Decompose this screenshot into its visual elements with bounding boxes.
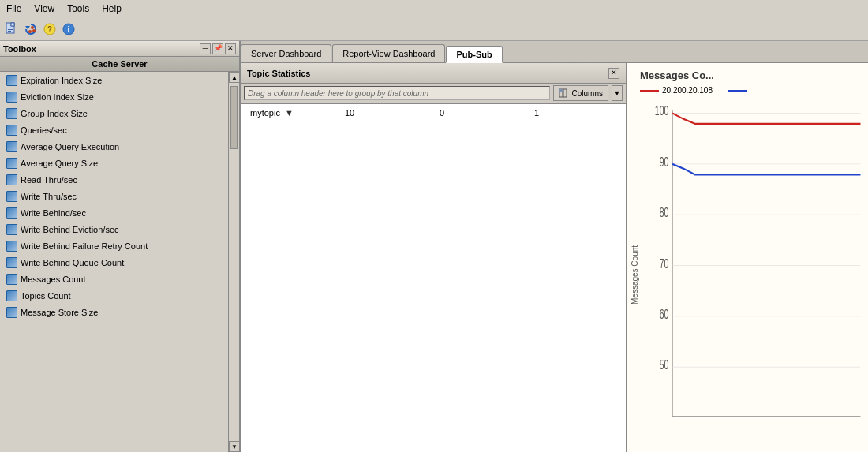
toolbox-item[interactable]: Write Behind Eviction/sec	[0, 221, 228, 237]
toolbox-scroll-area: Expiration Index SizeEviction Index Size…	[0, 72, 239, 452]
legend-line-1	[640, 90, 659, 92]
legend-line-2	[728, 90, 747, 92]
chart-icon	[6, 191, 17, 202]
chart-icon	[6, 257, 17, 268]
topic-stats-close-button[interactable]: ✕	[608, 68, 619, 79]
toolbox-header: Toolbox ─ 📌 ✕	[0, 41, 239, 57]
svg-rect-4	[8, 29, 13, 30]
svg-text:50: 50	[660, 358, 669, 372]
svg-text:100: 100	[655, 104, 669, 118]
toolbar-new-button[interactable]	[3, 21, 21, 38]
tab-server-dashboard[interactable]: Server Dashboard	[241, 44, 331, 62]
toolbox-item[interactable]: Average Query Execution	[0, 138, 228, 155]
svg-marker-2	[11, 23, 14, 26]
toolbox-controls: ─ 📌 ✕	[200, 43, 236, 54]
toolbar: ? i	[0, 17, 868, 41]
svg-point-9	[28, 30, 32, 33]
toolbox-item[interactable]: Messages Count	[0, 271, 228, 287]
topic-stats-header: Topic Statistics ✕	[241, 63, 626, 84]
tab-pub-sub[interactable]: Pub-Sub	[446, 46, 502, 63]
toolbox-item[interactable]: Message Store Size	[0, 304, 228, 320]
toolbar-refresh-button[interactable]	[22, 21, 39, 38]
chart-icon	[6, 290, 17, 301]
svg-text:i: i	[68, 25, 70, 34]
toolbox-dock-button[interactable]: 📌	[212, 43, 223, 54]
svg-text:80: 80	[660, 206, 669, 220]
main-layout: Toolbox ─ 📌 ✕ Cache Server Expiration In…	[0, 41, 868, 452]
svg-rect-5	[8, 31, 11, 32]
chart-content: 100 90 80 70 60 50	[642, 98, 868, 452]
toolbox-close-button[interactable]: ✕	[225, 43, 236, 54]
svg-rect-3	[8, 28, 13, 28]
chart-icon	[6, 174, 17, 185]
toolbox-item[interactable]: Average Query Size	[0, 155, 228, 171]
legend-label-1: 20.200.20.108	[662, 86, 713, 95]
toolbar-about-button[interactable]: i	[60, 21, 77, 38]
right-panel: Server Dashboard Report-View Dashboard P…	[241, 41, 868, 452]
chart-legend: 20.200.20.108	[627, 84, 868, 98]
scroll-up-button[interactable]: ▲	[229, 72, 239, 83]
menu-tools[interactable]: Tools	[61, 2, 95, 16]
svg-point-8	[32, 29, 36, 32]
cell-topic: mytopic ▼	[244, 106, 339, 119]
grid-scroll-button[interactable]: ▼	[612, 85, 623, 101]
toolbox-panel: Toolbox ─ 📌 ✕ Cache Server Expiration In…	[0, 41, 241, 452]
toolbox-item[interactable]: Write Behind Queue Count	[0, 254, 228, 271]
svg-text:?: ?	[47, 25, 52, 34]
topic-stats-panel: Topic Statistics ✕ Drag a column header …	[241, 63, 627, 452]
toolbox-item[interactable]: Write Behind Failure Retry Count	[0, 237, 228, 254]
cell-col3: 0	[433, 106, 528, 119]
toolbox-section-label: Cache Server	[0, 57, 239, 72]
toolbox-item[interactable]: Topics Count	[0, 287, 228, 304]
chart-svg: 100 90 80 70 60 50	[642, 98, 868, 452]
toolbox-scrollbar[interactable]: ▲ ▼	[228, 72, 239, 452]
toolbox-item[interactable]: Write Behind/sec	[0, 204, 228, 221]
toolbox-item[interactable]: Expiration Index Size	[0, 72, 228, 88]
toolbox-item[interactable]: Group Index Size	[0, 105, 228, 121]
table-row[interactable]: mytopic ▼ 10 0 1	[241, 104, 626, 121]
toolbox-item[interactable]: Eviction Index Size	[0, 88, 228, 105]
tab-report-view[interactable]: Report-View Dashboard	[332, 44, 445, 62]
chart-area: Messages Count 100 90 80	[627, 98, 868, 452]
chart-icon	[6, 75, 17, 86]
chart-icon	[6, 241, 17, 252]
chart-icon	[6, 307, 17, 318]
chart-icon	[6, 108, 17, 119]
chart-icon	[6, 125, 17, 136]
svg-rect-15	[563, 89, 567, 97]
menu-bar: File View Tools Help	[0, 0, 868, 17]
chart-icon	[6, 224, 17, 235]
svg-point-7	[31, 26, 34, 29]
svg-text:60: 60	[660, 308, 669, 322]
chart-icon	[6, 141, 17, 152]
menu-file[interactable]: File	[0, 2, 28, 16]
chart-y-label: Messages Count	[627, 98, 642, 452]
toolbox-pin-button[interactable]: ─	[200, 43, 211, 54]
legend-item-1: 20.200.20.108	[640, 86, 713, 95]
grid-header: Drag a column header here to group by th…	[241, 84, 626, 104]
toolbox-item[interactable]: Queries/sec	[0, 121, 228, 138]
tab-bar: Server Dashboard Report-View Dashboard P…	[241, 41, 868, 63]
content-area: Topic Statistics ✕ Drag a column header …	[241, 63, 868, 452]
chart-panel: Messages Co... 20.200.20.108 Messages Co…	[627, 63, 868, 452]
columns-button[interactable]: Columns	[553, 85, 608, 101]
toolbox-item[interactable]: Read Thru/sec	[0, 171, 228, 188]
chart-icon	[6, 207, 17, 219]
svg-text:90: 90	[660, 155, 669, 169]
cell-col4: 1	[528, 106, 623, 119]
chart-icon	[6, 274, 17, 285]
toolbar-help-button[interactable]: ?	[41, 21, 58, 38]
toolbox-item[interactable]: Write Thru/sec	[0, 188, 228, 204]
menu-view[interactable]: View	[28, 2, 61, 16]
scroll-down-button[interactable]: ▼	[229, 441, 239, 452]
grid-body: mytopic ▼ 10 0 1	[241, 104, 626, 452]
svg-rect-16	[559, 89, 563, 92]
chart-icon	[6, 92, 17, 103]
chart-title: Messages Co...	[627, 63, 868, 84]
svg-text:70: 70	[660, 256, 669, 271]
legend-item-2	[728, 90, 750, 92]
topic-stats-title: Topic Statistics	[247, 69, 310, 78]
menu-help[interactable]: Help	[95, 2, 128, 16]
toolbox-list: Expiration Index SizeEviction Index Size…	[0, 72, 228, 452]
svg-marker-6	[25, 26, 30, 29]
